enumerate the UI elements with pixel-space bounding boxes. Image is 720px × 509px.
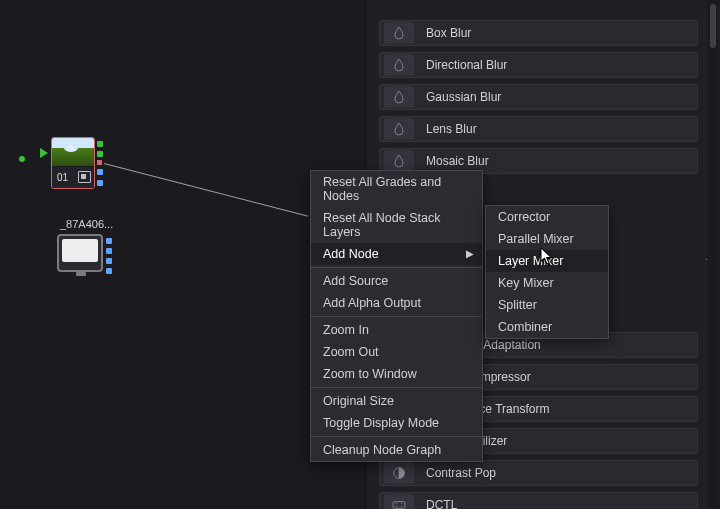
clip-port-4[interactable] (106, 268, 112, 274)
monitor-icon (57, 234, 103, 272)
effect-label: DCTL (426, 498, 457, 509)
effect-item-contrast-pop[interactable]: Contrast Pop (379, 460, 698, 486)
effect-label: Lens Blur (426, 122, 477, 136)
node-out-port-rgb[interactable] (97, 141, 103, 147)
clip-port-2[interactable] (106, 248, 112, 254)
effect-item-directional-blur[interactable]: Directional Blur (379, 52, 698, 78)
effect-label: Contrast Pop (426, 466, 496, 480)
effect-item-gaussian-blur[interactable]: Gaussian Blur (379, 84, 698, 110)
menu-zoom-in[interactable]: Zoom In (311, 319, 482, 341)
menu-separator (311, 267, 482, 268)
menu-add-node[interactable]: Add Node▶ (311, 243, 482, 265)
effect-item-box-blur[interactable]: Box Blur (379, 20, 698, 46)
menu-reset-grades[interactable]: Reset All Grades and Nodes (311, 171, 482, 207)
submenu-arrow-icon: ▶ (466, 248, 474, 259)
submenu-key-mixer[interactable]: Key Mixer (486, 272, 608, 294)
droplet-icon (384, 150, 414, 172)
menu-cleanup-graph[interactable]: Cleanup Node Graph (311, 439, 482, 461)
dctl-icon (384, 494, 414, 509)
menu-add-source[interactable]: Add Source (311, 270, 482, 292)
effect-label: Box Blur (426, 26, 471, 40)
node-label-bar: 01 (52, 167, 94, 188)
effect-item-dctl[interactable]: DCTL (379, 492, 698, 509)
contrast-icon (384, 462, 414, 484)
effect-label: Mosaic Blur (426, 154, 489, 168)
menu-separator (311, 436, 482, 437)
node-out-port-alpha[interactable] (97, 169, 103, 175)
node-thumbnail (52, 138, 94, 167)
submenu-parallel-mixer[interactable]: Parallel Mixer (486, 228, 608, 250)
menu-original-size[interactable]: Original Size (311, 390, 482, 412)
menu-toggle-display[interactable]: Toggle Display Mode (311, 412, 482, 434)
clip-label: _87A406... (60, 218, 113, 230)
menu-add-alpha[interactable]: Add Alpha Output (311, 292, 482, 314)
droplet-icon (384, 118, 414, 140)
menu-reset-stack[interactable]: Reset All Node Stack Layers (311, 207, 482, 243)
effect-item-lens-blur[interactable]: Lens Blur (379, 116, 698, 142)
submenu-corrector[interactable]: Corrector (486, 206, 608, 228)
clip-port-1[interactable] (106, 238, 112, 244)
node-number: 01 (57, 172, 68, 183)
menu-zoom-window[interactable]: Zoom to Window (311, 363, 482, 385)
submenu-splitter[interactable]: Splitter (486, 294, 608, 316)
clip-port-3[interactable] (106, 258, 112, 264)
scrollbar-thumb[interactable] (710, 4, 716, 48)
effects-scrollbar[interactable] (707, 0, 719, 509)
add-node-submenu[interactable]: Corrector Parallel Mixer Layer Mixer Key… (485, 205, 609, 339)
effect-label: Directional Blur (426, 58, 507, 72)
node-out-port-alpha2[interactable] (97, 180, 103, 186)
node-context-menu[interactable]: Reset All Grades and Nodes Reset All Nod… (310, 170, 483, 462)
node-indicator-icon (78, 171, 91, 183)
color-node-01[interactable]: 01 (51, 137, 95, 189)
effect-label: Gaussian Blur (426, 90, 501, 104)
node-input-arrow (40, 148, 48, 158)
menu-separator (311, 387, 482, 388)
submenu-layer-mixer[interactable]: Layer Mixer (486, 250, 608, 272)
graph-input-port[interactable] (19, 156, 25, 162)
menu-separator (311, 316, 482, 317)
droplet-icon (384, 22, 414, 44)
node-connection-line (104, 163, 309, 217)
submenu-combiner[interactable]: Combiner (486, 316, 608, 338)
menu-zoom-out[interactable]: Zoom Out (311, 341, 482, 363)
node-out-port-rgb2[interactable] (97, 151, 103, 157)
node-link-port[interactable] (97, 160, 102, 165)
droplet-icon (384, 86, 414, 108)
droplet-icon (384, 54, 414, 76)
svg-rect-9 (393, 502, 405, 509)
